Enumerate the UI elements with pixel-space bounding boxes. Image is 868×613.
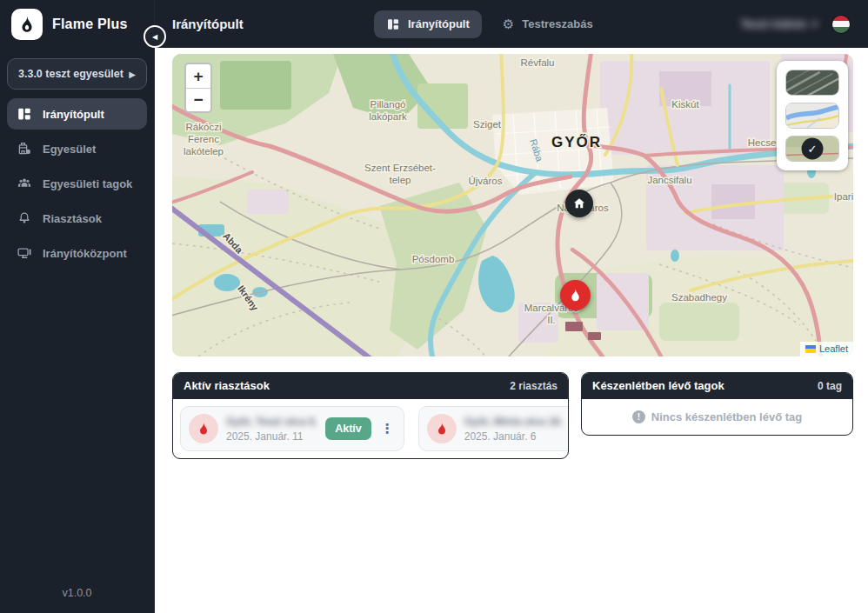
satellite-thumbnail	[786, 70, 838, 95]
dashboard-icon	[386, 17, 400, 31]
map-label-ujvaros: Újváros	[469, 176, 503, 186]
active-alerts-header: Aktív riasztások 2 riasztás	[173, 373, 568, 399]
info-icon: !	[632, 410, 645, 423]
main-content: Révfalu Kiskút Hecse Sziget Pillangó lak…	[155, 48, 868, 613]
fire-alert-marker[interactable]	[560, 280, 591, 310]
tab-customization[interactable]: ⚙ Testreszabás	[491, 10, 605, 37]
minus-icon: −	[193, 90, 203, 110]
map-label-city-gyor: GYŐR	[551, 134, 602, 150]
sidebar-item-members[interactable]: Egyesületi tagok	[7, 168, 147, 199]
map-label-rakoczi: Rákóczi	[186, 122, 222, 132]
alert-item[interactable]: Győr, Minta utca 18. 2025. Január. 6 Akt…	[418, 406, 569, 451]
alert-text: Győr, Teszt utca 6. 2025. Január. 11	[226, 416, 317, 443]
map-container[interactable]: Révfalu Kiskút Hecse Sziget Pillangó lak…	[172, 54, 853, 356]
app-version: v1.0.0	[0, 575, 154, 613]
topbar-right: Teszt Admin ▾	[741, 15, 851, 34]
map-label-kiskut: Kiskút	[671, 99, 699, 110]
layer-option-streets[interactable]	[785, 103, 839, 129]
brand-header: Flame Plus	[0, 0, 154, 48]
sidebar-item-label: Irányítóközpont	[43, 247, 127, 260]
map-zoom-control: + −	[184, 63, 212, 113]
alert-item[interactable]: Győr, Teszt utca 6. 2025. Január. 11 Akt…	[180, 406, 404, 451]
sidebar-item-label: Egyesületi tagok	[43, 177, 132, 190]
streets-thumbnail	[786, 103, 838, 128]
alert-title-redacted: Győr, Minta utca 18.	[464, 416, 563, 428]
app-window: Flame Plus 3.3.0 teszt egyesület ▶ Irány…	[0, 0, 868, 613]
bell-icon	[17, 210, 32, 226]
map-label-ipari: Ipari	[834, 191, 853, 202]
map-label-posdomb: Pósdomb	[412, 254, 455, 264]
leaflet-link[interactable]: Leaflet	[819, 343, 848, 354]
sidebar-item-alerts[interactable]: Riasztások	[7, 203, 147, 234]
alert-flame-badge	[427, 414, 457, 443]
monitor-icon	[17, 245, 32, 261]
layer-option-terrain-selected[interactable]: ✓	[785, 136, 839, 162]
gear-icon: ⚙	[503, 17, 514, 30]
caret-down-icon: ▾	[811, 17, 818, 30]
brand-name: Flame Plus	[52, 17, 127, 32]
organization-selector[interactable]: 3.3.0 teszt egyesület ▶	[7, 58, 147, 90]
flame-icon	[197, 422, 210, 436]
map-label-pillango2: lakópark	[369, 111, 407, 122]
layer-option-satellite[interactable]	[785, 70, 839, 96]
map-label-szabadhegy: Szabadhegy	[671, 292, 727, 303]
flame-icon	[435, 422, 449, 436]
zoom-in-button[interactable]: +	[186, 64, 210, 88]
sidebar-item-label: Irányítópult	[43, 108, 104, 121]
flame-logo-icon	[11, 9, 43, 40]
map-label-rakoczi2: Ferenc	[188, 134, 219, 144]
alert-date: 2025. Január. 11	[226, 430, 317, 443]
card-title: Aktív riasztások	[184, 379, 270, 392]
map-layers-control: ✓	[777, 61, 848, 170]
sidebar: Flame Plus 3.3.0 teszt egyesület ▶ Irány…	[0, 0, 155, 613]
map-tiles[interactable]: Révfalu Kiskút Hecse Sziget Pillangó lak…	[172, 54, 853, 356]
user-name-redacted: Teszt Admin	[741, 17, 807, 30]
map-attribution: Leaflet	[800, 342, 853, 356]
tab-label: Testreszabás	[522, 17, 592, 30]
page-title: Irányítópult	[172, 17, 244, 31]
topbar: Irányítópult Irányítópult ⚙ Testreszabás…	[155, 0, 868, 48]
selected-layer-check-icon: ✓	[802, 138, 824, 160]
alert-text: Győr, Minta utca 18. 2025. Január. 6	[464, 416, 563, 443]
standby-members-body: ! Nincs készenlétben lévő tag	[582, 399, 852, 435]
members-count-badge: 0 tag	[818, 380, 842, 392]
map-label-rakoczi3: lakótelep	[184, 146, 224, 157]
empty-state-message: Nincs készenlétben lévő tag	[651, 410, 802, 423]
plus-icon: +	[193, 67, 203, 86]
zoom-out-button[interactable]: −	[186, 88, 210, 111]
map-label-marcalvaros2: II.	[547, 315, 556, 325]
alert-flame-badge	[189, 414, 218, 443]
cards-row: Aktív riasztások 2 riasztás Győr, Teszt …	[172, 372, 853, 459]
alert-status-badge: Aktív	[325, 417, 371, 440]
tab-label: Irányítópult	[408, 17, 470, 30]
user-menu[interactable]: Teszt Admin ▾	[741, 17, 818, 30]
sidebar-item-dashboard[interactable]: Irányítópult	[7, 98, 147, 130]
active-alerts-card: Aktív riasztások 2 riasztás Győr, Teszt …	[172, 372, 569, 459]
sidebar-item-label: Egyesület	[43, 143, 96, 156]
ukraine-flag-icon	[805, 345, 816, 353]
active-alerts-body: Győr, Teszt utca 6. 2025. Január. 11 Akt…	[173, 399, 568, 458]
map-label-pillango: Pillangó	[371, 99, 406, 110]
alert-menu-button[interactable]: ⋮	[379, 421, 396, 436]
alert-title-redacted: Győr, Teszt utca 6.	[226, 416, 317, 428]
home-icon	[572, 197, 586, 210]
building-icon	[17, 141, 32, 157]
sidebar-item-label: Riasztások	[43, 212, 102, 225]
alerts-count-badge: 2 riasztás	[510, 380, 558, 392]
alert-date: 2025. Január. 6	[464, 430, 563, 443]
map-label-jancsifalu: Jancsifalu	[647, 175, 691, 185]
standby-members-header: Készenlétben lévő tagok 0 tag	[582, 373, 852, 399]
sidebar-item-control-center[interactable]: Irányítóközpont	[7, 237, 147, 269]
home-base-marker[interactable]	[565, 190, 593, 217]
standby-members-card: Készenlétben lévő tagok 0 tag ! Nincs ké…	[581, 372, 853, 436]
tab-dashboard[interactable]: Irányítópult	[374, 10, 482, 38]
map-label-hecse: Hecse	[748, 137, 777, 148]
users-icon	[17, 176, 32, 191]
map-label-szent-erzsebet2: telep	[390, 175, 411, 185]
dashboard-icon	[17, 106, 32, 122]
sidebar-collapse-button[interactable]: ◀	[144, 25, 166, 48]
sidebar-nav: Irányítópult Egyesület Egyesületi tagok	[0, 97, 154, 270]
hungarian-flag-icon[interactable]	[831, 15, 851, 34]
map-label-sziget: Sziget	[473, 119, 502, 130]
sidebar-item-association[interactable]: Egyesület	[7, 133, 147, 164]
